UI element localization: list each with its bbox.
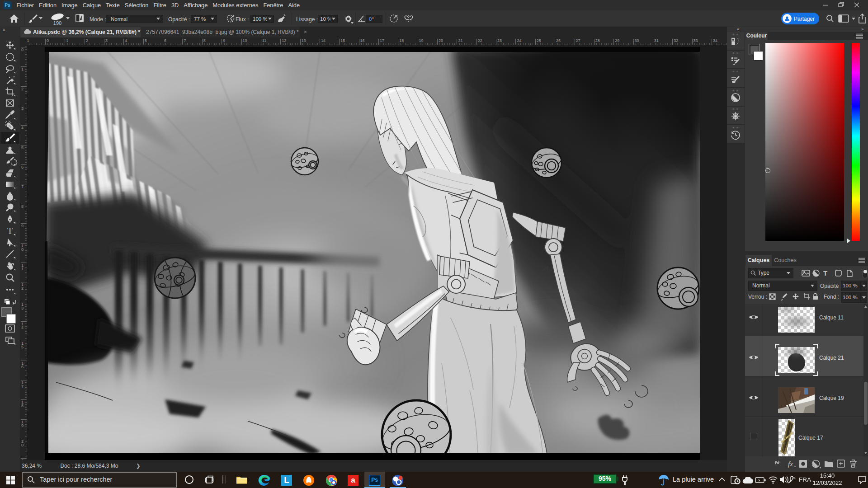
svg-text:T: T [823, 269, 827, 277]
svg-text:T: T [7, 226, 13, 236]
svg-text:fx: fx [788, 460, 793, 468]
